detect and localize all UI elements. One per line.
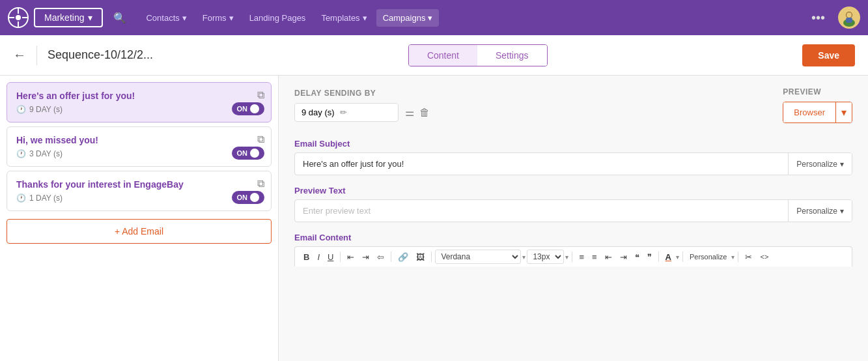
chevron-down-icon: ▾: [428, 13, 432, 23]
font-color-btn[interactable]: A: [662, 250, 675, 264]
blockquote-btn[interactable]: ❞: [644, 250, 655, 264]
email-subject-section: Email Subject Personalize ▾: [294, 139, 852, 175]
marketing-dropdown-btn[interactable]: Marketing ▾: [34, 8, 103, 27]
svg-point-8: [847, 12, 852, 18]
sub-header: ← Sequence-10/12/2... Content Settings S…: [0, 35, 868, 76]
email-card-day-3: 🕐 1 DAY (s): [16, 194, 262, 203]
email-card-title-3: Thanks for your interest in EngageBay: [16, 179, 246, 190]
page-title: Sequence-10/12/2...: [48, 48, 153, 62]
align-right-btn[interactable]: ⇦: [374, 250, 387, 264]
copy-icon-1[interactable]: ⧉: [257, 89, 264, 101]
indent-right-btn[interactable]: ⇥: [617, 250, 630, 264]
toggle-circle-1: [250, 104, 259, 113]
nav-contacts[interactable]: Contacts ▾: [139, 9, 193, 27]
copy-icon-3[interactable]: ⧉: [257, 178, 264, 190]
chevron-down-icon: ▾: [182, 13, 187, 23]
svg-rect-9: [846, 18, 852, 23]
email-card-title-1: Here's an offer just for you!: [16, 91, 246, 101]
email-subject-personalize-btn[interactable]: Personalize ▾: [788, 153, 852, 175]
clock-icon-1: 🕐: [16, 105, 26, 114]
chevron-down-icon: ▾: [840, 160, 844, 169]
tab-settings[interactable]: Settings: [477, 45, 547, 66]
delay-input[interactable]: 9 day (s) ✏: [294, 103, 399, 122]
underline-btn[interactable]: U: [324, 250, 337, 264]
back-button[interactable]: ←: [13, 48, 26, 63]
nav-campaigns[interactable]: Campaigns ▾: [376, 9, 440, 27]
chevron-down-icon: ▾: [522, 253, 525, 261]
save-button[interactable]: Save: [802, 44, 855, 66]
align-left-btn[interactable]: ⇤: [344, 250, 357, 264]
image-btn[interactable]: 🖼: [413, 250, 428, 264]
chevron-down-icon: ▾: [229, 13, 234, 23]
toolbar-divider-7: [738, 252, 738, 262]
delay-row: DELAY SENDING BY 9 day (s) ✏ ⚌ 🗑 PREVIEW: [294, 87, 852, 123]
nav-forms[interactable]: Forms ▾: [196, 9, 240, 27]
toolbar-divider-3: [431, 252, 432, 262]
delete-icon[interactable]: 🗑: [419, 107, 430, 119]
toggle-3[interactable]: ON: [232, 191, 265, 204]
nav-templates[interactable]: Templates ▾: [315, 9, 373, 27]
avatar[interactable]: [838, 7, 860, 29]
tab-content[interactable]: Content: [409, 45, 477, 66]
copy-icon-2[interactable]: ⧉: [257, 134, 264, 145]
toolbar-divider-4: [572, 252, 572, 262]
edit-icon[interactable]: ✏: [340, 108, 347, 117]
preview-text-input-row: Personalize ▾: [294, 199, 852, 222]
chevron-down-icon: ▾: [363, 13, 367, 23]
add-email-button[interactable]: + Add Email: [7, 219, 272, 244]
ol-btn[interactable]: ≡: [589, 250, 600, 264]
indent-left-btn[interactable]: ⇤: [602, 250, 615, 264]
main-layout: ⧉ Here's an offer just for you! 🕐 9 DAY …: [0, 76, 868, 361]
preview-text-label: Preview Text: [294, 186, 852, 195]
email-card-day-1: 🕐 9 DAY (s): [16, 105, 262, 114]
filter-icon[interactable]: ⚌: [405, 106, 414, 119]
personalize-toolbar-btn[interactable]: Personalize: [686, 251, 730, 263]
font-size-select[interactable]: 13px 12px 14px 16px: [527, 250, 564, 264]
ul-btn[interactable]: ≡: [576, 250, 587, 264]
link-btn[interactable]: 🔗: [395, 250, 412, 264]
preview-arrow-btn[interactable]: ▾: [835, 102, 852, 123]
toolbar-divider-6: [682, 252, 683, 262]
chevron-down-icon-fc: ▾: [676, 253, 679, 261]
preview-label: PREVIEW: [783, 87, 852, 96]
italic-btn[interactable]: I: [314, 250, 323, 264]
search-icon[interactable]: 🔍: [113, 12, 126, 24]
clock-icon-3: 🕐: [16, 194, 26, 203]
right-panel: DELAY SENDING BY 9 day (s) ✏ ⚌ 🗑 PREVIEW: [279, 76, 868, 361]
email-subject-input-row: Personalize ▾: [294, 152, 852, 175]
svg-point-1: [16, 15, 21, 20]
delay-label: DELAY SENDING BY: [294, 89, 430, 98]
nav-links: Contacts ▾ Forms ▾ Landing Pages Templat…: [139, 9, 439, 27]
chevron-down-icon-p: ▾: [731, 253, 735, 261]
toggle-1[interactable]: ON: [232, 102, 265, 115]
email-card-title-2: Hi, we missed you!: [16, 135, 246, 145]
quote-btn[interactable]: ❝: [632, 250, 643, 264]
scissors-btn[interactable]: ✂: [742, 250, 755, 264]
nav-more-icon[interactable]: •••: [811, 10, 825, 25]
email-card-3[interactable]: ⧉ Thanks for your interest in EngageBay …: [7, 171, 272, 211]
preview-text-section: Preview Text Personalize ▾: [294, 186, 852, 222]
bold-btn[interactable]: B: [300, 250, 313, 264]
preview-btn-group: Browser ▾: [783, 102, 852, 123]
toolbar-divider-5: [658, 252, 659, 262]
delay-actions: ⚌ 🗑: [405, 106, 430, 119]
email-card-1[interactable]: ⧉ Here's an offer just for you! 🕐 9 DAY …: [7, 82, 272, 123]
app-logo[interactable]: [8, 7, 29, 28]
email-card-day-2: 🕐 3 DAY (s): [16, 149, 262, 158]
email-subject-input[interactable]: [295, 153, 788, 175]
chevron-down-icon: ▾: [840, 207, 844, 216]
code-btn[interactable]: <>: [757, 251, 772, 263]
chevron-down-icon: ▾: [88, 12, 92, 23]
align-center-btn[interactable]: ⇥: [359, 250, 372, 264]
font-family-select[interactable]: Verdana Arial Times New Roman: [435, 250, 521, 264]
editor-toolbar: B I U ⇤ ⇥ ⇦ 🔗 🖼 Verdana Arial Times New …: [294, 246, 852, 267]
chevron-down-icon-size: ▾: [565, 253, 568, 261]
preview-browser-btn[interactable]: Browser: [783, 102, 835, 123]
email-content-label: Email Content: [294, 233, 852, 242]
preview-text-input[interactable]: [295, 200, 788, 222]
toggle-2[interactable]: ON: [232, 147, 265, 160]
preview-text-personalize-btn[interactable]: Personalize ▾: [788, 200, 852, 222]
email-card-2[interactable]: ⧉ Hi, we missed you! 🕐 3 DAY (s) ON: [7, 126, 272, 167]
email-list-panel: ⧉ Here's an offer just for you! 🕐 9 DAY …: [0, 76, 279, 361]
nav-landing-pages[interactable]: Landing Pages: [243, 9, 313, 27]
